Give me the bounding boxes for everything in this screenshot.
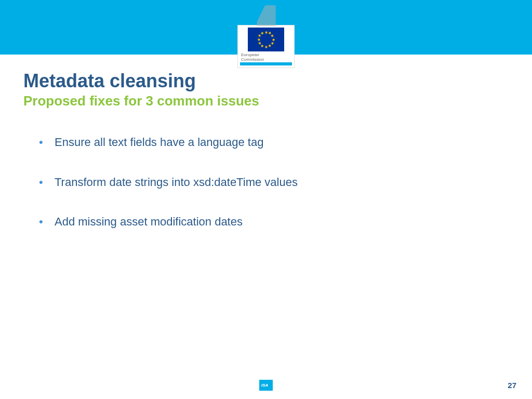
slide-subtitle: Proposed fixes for 3 common issues — [23, 93, 509, 109]
list-item: Add missing asset modification dates — [39, 215, 509, 230]
logo-building-icon — [237, 5, 295, 26]
logo-label-line2: Commission — [241, 57, 264, 62]
footer-badge: ISA — [259, 380, 273, 391]
logo-strip — [240, 62, 292, 65]
header-banner: ★ ★ ★ ★ ★ ★ ★ ★ ★ ★ ★ ★ European Commiss… — [0, 0, 532, 55]
flag-container: ★ ★ ★ ★ ★ ★ ★ ★ ★ ★ ★ ★ European Commiss… — [237, 25, 295, 68]
page-number: 27 — [508, 381, 516, 390]
logo-label: European Commission — [240, 53, 264, 62]
list-item: Ensure all text fields have a language t… — [39, 135, 509, 150]
bullet-list: Ensure all text fields have a language t… — [23, 135, 509, 230]
slide-content: Metadata cleansing Proposed fixes for 3 … — [0, 55, 532, 230]
ec-logo: ★ ★ ★ ★ ★ ★ ★ ★ ★ ★ ★ ★ European Commiss… — [237, 5, 295, 68]
eu-flag-icon: ★ ★ ★ ★ ★ ★ ★ ★ ★ ★ ★ ★ — [248, 28, 284, 51]
list-item: Transform date strings into xsd:dateTime… — [39, 175, 509, 190]
logo-label-line1: European — [241, 52, 259, 57]
slide-footer: ISA 27 — [0, 381, 532, 390]
slide-title: Metadata cleansing — [23, 70, 509, 92]
